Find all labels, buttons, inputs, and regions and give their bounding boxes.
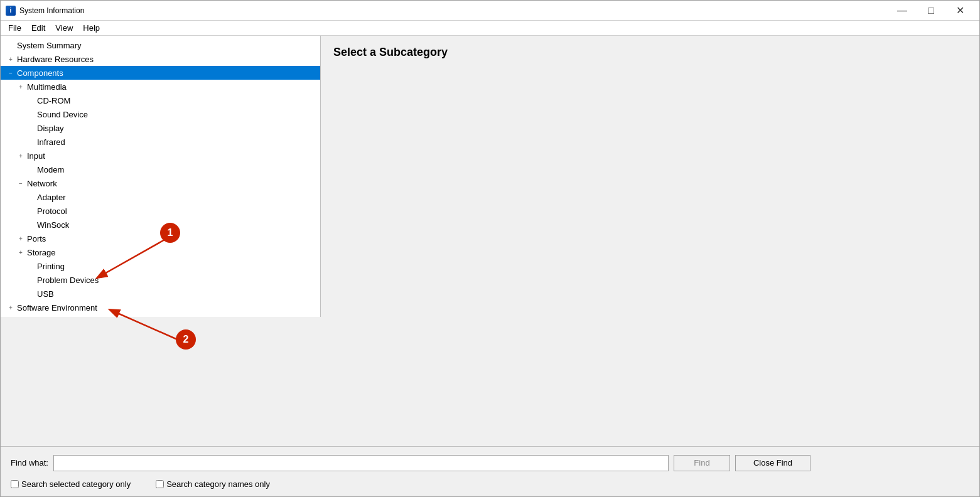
tree-label-ports: Ports (27, 234, 46, 243)
tree-label-problem-devices: Problem Devices (37, 275, 99, 285)
tree-label-infrared: Infrared (37, 137, 65, 147)
tree-item-infrared[interactable]: Infrared (1, 135, 320, 149)
expander-software-environment: + (6, 302, 16, 313)
search-selected-text: Search selected category only (21, 479, 131, 489)
expander-ports: + (16, 233, 26, 243)
maximize-button[interactable]: □ (917, 1, 945, 21)
window-title: System Information (19, 6, 888, 15)
menu-bar: File Edit View Help (1, 21, 979, 36)
expander-storage: + (16, 247, 26, 257)
tree-label-multimedia: Multimedia (27, 82, 67, 92)
expander-multimedia: + (16, 82, 26, 92)
menu-view[interactable]: View (50, 21, 78, 35)
expander-system-summary (6, 40, 16, 50)
tree-item-display[interactable]: Display (1, 121, 320, 135)
expander-sound-device (26, 109, 36, 119)
tree-item-components[interactable]: −Components (1, 66, 320, 80)
expander-usb (26, 289, 36, 299)
tree-label-hardware-resources: Hardware Resources (17, 55, 94, 64)
tree-label-modem: Modem (37, 165, 64, 174)
expander-network: − (16, 178, 26, 188)
search-selected-checkbox[interactable] (11, 480, 19, 488)
expander-printing (26, 261, 36, 271)
search-category-names-text: Search category names only (166, 479, 270, 489)
tree-label-system-summary: System Summary (17, 41, 82, 50)
tree-label-adapter: Adapter (37, 193, 66, 202)
tree-item-software-environment[interactable]: +Software Environment (1, 301, 320, 314)
tree-label-display: Display (37, 124, 64, 133)
content-title: Select a Subcategory (333, 46, 967, 59)
expander-modem (26, 164, 36, 174)
tree-panel: System Summary+Hardware Resources−Compon… (1, 36, 321, 317)
tree-label-sound-device: Sound Device (37, 110, 88, 119)
tree-label-storage: Storage (27, 248, 56, 257)
tree-item-sound-device[interactable]: Sound Device (1, 107, 320, 121)
tree-item-winsock[interactable]: WinSock (1, 218, 320, 232)
expander-input: + (16, 151, 26, 161)
search-category-names-label[interactable]: Search category names only (156, 479, 270, 489)
tree-item-storage[interactable]: +Storage (1, 245, 320, 259)
main-area: System Summary+Hardware Resources−Compon… (1, 36, 979, 446)
tree-label-input: Input (27, 151, 45, 161)
tree-item-printing[interactable]: Printing (1, 259, 320, 273)
search-options-row: Search selected category only Search cat… (11, 479, 969, 489)
tree-item-network[interactable]: −Network (1, 176, 320, 190)
title-bar: i System Information — □ ✕ (1, 1, 979, 21)
tree-item-hardware-resources[interactable]: +Hardware Resources (1, 52, 320, 66)
bottom-bar: Find what: Find Close Find Search select… (1, 446, 979, 496)
find-label: Find what: (11, 458, 48, 468)
tree-item-usb[interactable]: USB (1, 287, 320, 301)
expander-hardware-resources: + (6, 54, 16, 64)
tree-label-cd-rom: CD-ROM (37, 96, 70, 105)
minimize-button[interactable]: — (888, 1, 917, 21)
close-find-button[interactable]: Close Find (735, 455, 810, 471)
find-input[interactable] (53, 455, 669, 471)
annotation-badge-2: 2 (176, 329, 196, 350)
search-category-names-checkbox[interactable] (156, 480, 164, 488)
search-selected-label[interactable]: Search selected category only (11, 479, 131, 489)
tree-item-multimedia[interactable]: +Multimedia (1, 80, 320, 94)
system-information-window: i System Information — □ ✕ File Edit Vie… (0, 0, 980, 497)
tree-wrapper: System Summary+Hardware Resources−Compon… (1, 36, 321, 446)
expander-cd-rom (26, 95, 36, 105)
tree-label-software-environment: Software Environment (17, 303, 97, 313)
menu-help[interactable]: Help (78, 21, 105, 35)
tree-item-problem-devices[interactable]: Problem Devices (1, 273, 320, 287)
app-icon: i (6, 6, 16, 16)
tree-item-system-summary[interactable]: System Summary (1, 38, 320, 52)
tree-label-protocol: Protocol (37, 206, 67, 216)
tree-item-adapter[interactable]: Adapter (1, 190, 320, 204)
expander-adapter (26, 192, 36, 202)
tree-item-cd-rom[interactable]: CD-ROM (1, 94, 320, 107)
expander-winsock (26, 220, 36, 230)
tree-item-input[interactable]: +Input (1, 149, 320, 163)
menu-file[interactable]: File (3, 21, 26, 35)
tree-label-network: Network (27, 179, 57, 188)
tree-label-usb: USB (37, 289, 54, 299)
close-button[interactable]: ✕ (945, 1, 974, 21)
menu-edit[interactable]: Edit (26, 21, 50, 35)
tree-label-winsock: WinSock (37, 220, 69, 230)
expander-problem-devices (26, 275, 36, 285)
window-controls: — □ ✕ (888, 1, 974, 21)
tree-label-components: Components (17, 68, 63, 78)
expander-infrared (26, 137, 36, 147)
find-row: Find what: Find Close Find (11, 455, 969, 471)
content-panel: Select a Subcategory (321, 36, 979, 446)
expander-protocol (26, 206, 36, 216)
tree-item-protocol[interactable]: Protocol (1, 204, 320, 218)
expander-display (26, 123, 36, 133)
expander-components: − (6, 68, 16, 78)
tree-item-ports[interactable]: +Ports (1, 232, 320, 245)
tree-item-modem[interactable]: Modem (1, 163, 320, 176)
find-button[interactable]: Find (674, 455, 730, 471)
tree-label-printing: Printing (37, 262, 65, 271)
